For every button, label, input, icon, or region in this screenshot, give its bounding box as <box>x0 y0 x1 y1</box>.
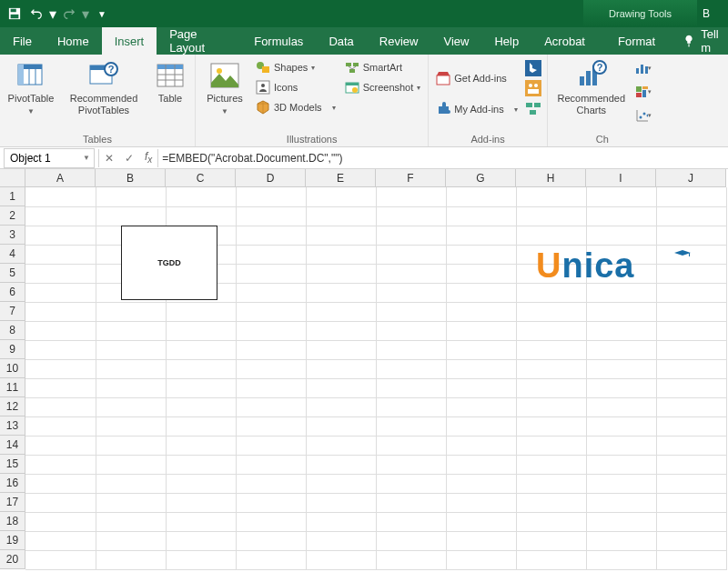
cell[interactable] <box>96 436 166 455</box>
cell[interactable] <box>656 550 726 569</box>
cell[interactable] <box>586 187 656 206</box>
cell[interactable] <box>236 512 306 531</box>
cell[interactable] <box>236 245 306 264</box>
col-header[interactable]: C <box>166 169 236 187</box>
cell[interactable] <box>376 206 446 226</box>
cell[interactable] <box>96 550 166 569</box>
col-header[interactable]: G <box>446 169 516 187</box>
cell[interactable] <box>446 264 516 283</box>
cell[interactable] <box>586 206 656 226</box>
cell[interactable] <box>656 474 726 493</box>
cell[interactable] <box>236 493 306 512</box>
bing-maps-icon[interactable] <box>525 60 541 76</box>
cell[interactable] <box>25 264 96 283</box>
cell[interactable] <box>236 283 306 302</box>
row-header[interactable]: 3 <box>0 226 25 245</box>
cell[interactable] <box>656 531 726 550</box>
cell[interactable] <box>236 455 306 474</box>
cell[interactable] <box>25 455 96 474</box>
row-header[interactable]: 17 <box>0 493 25 512</box>
row-header[interactable]: 1 <box>0 187 25 206</box>
tab-home[interactable]: Home <box>45 27 102 55</box>
cell[interactable] <box>25 206 96 226</box>
name-box[interactable]: ▼ <box>4 148 95 168</box>
cell[interactable] <box>376 359 446 378</box>
row-header[interactable]: 19 <box>0 531 25 550</box>
cell[interactable] <box>236 264 306 283</box>
row-header[interactable]: 20 <box>0 550 25 569</box>
row-header[interactable]: 11 <box>0 378 25 397</box>
cell[interactable] <box>516 416 586 436</box>
cell[interactable] <box>446 321 516 340</box>
row-header[interactable]: 2 <box>0 206 25 226</box>
tab-format[interactable]: Format <box>598 27 675 55</box>
cell[interactable] <box>236 416 306 436</box>
cell[interactable] <box>25 378 96 397</box>
tab-view[interactable]: View <box>430 27 481 55</box>
cell[interactable] <box>25 436 96 455</box>
cell[interactable] <box>306 397 376 416</box>
cell[interactable] <box>656 493 726 512</box>
name-box-dropdown-icon[interactable]: ▼ <box>83 154 90 162</box>
smartart-button[interactable]: SmartArt <box>343 58 423 76</box>
cell[interactable] <box>166 455 236 474</box>
cell[interactable] <box>516 397 586 416</box>
cell[interactable] <box>236 474 306 493</box>
cell[interactable] <box>96 474 166 493</box>
cell[interactable] <box>516 436 586 455</box>
cell[interactable] <box>306 283 376 302</box>
col-header[interactable]: E <box>306 169 376 187</box>
cell[interactable] <box>446 340 516 359</box>
cell[interactable] <box>516 302 586 321</box>
tab-help[interactable]: Help <box>481 27 531 55</box>
cell[interactable] <box>586 302 656 321</box>
shapes-button[interactable]: Shapes ▾ <box>254 58 338 76</box>
cell[interactable] <box>25 245 96 264</box>
cell[interactable] <box>306 531 376 550</box>
cell[interactable] <box>376 302 446 321</box>
cell[interactable] <box>376 283 446 302</box>
cell[interactable] <box>96 302 166 321</box>
cell[interactable] <box>446 493 516 512</box>
recommended-charts-button[interactable]: ? Recommended Charts <box>553 56 630 115</box>
cell[interactable] <box>25 512 96 531</box>
cell[interactable] <box>656 436 726 455</box>
cell[interactable] <box>166 378 236 397</box>
cell[interactable] <box>25 226 96 245</box>
cell[interactable] <box>586 531 656 550</box>
cell[interactable] <box>656 302 726 321</box>
cell[interactable] <box>376 226 446 245</box>
cell[interactable] <box>166 474 236 493</box>
cells-area[interactable]: TGDD Unica <box>25 187 728 582</box>
cell[interactable] <box>446 512 516 531</box>
cell[interactable] <box>96 206 166 226</box>
cell[interactable] <box>656 283 726 302</box>
cell[interactable] <box>166 340 236 359</box>
row-header[interactable]: 10 <box>0 359 25 378</box>
cell[interactable] <box>306 416 376 436</box>
cell[interactable] <box>96 321 166 340</box>
cell[interactable] <box>446 436 516 455</box>
cell[interactable] <box>25 397 96 416</box>
cell[interactable] <box>516 531 586 550</box>
cell[interactable] <box>446 455 516 474</box>
qat-customize-icon[interactable]: ▼ <box>92 4 112 24</box>
col-header[interactable]: F <box>376 169 446 187</box>
cell[interactable] <box>25 359 96 378</box>
cell[interactable] <box>236 531 306 550</box>
row-header[interactable]: 18 <box>0 512 25 531</box>
cell[interactable] <box>516 283 586 302</box>
select-all-corner[interactable] <box>0 169 25 187</box>
cell[interactable] <box>516 378 586 397</box>
cell[interactable] <box>376 550 446 569</box>
cell[interactable] <box>656 397 726 416</box>
cell[interactable] <box>236 359 306 378</box>
cell[interactable] <box>25 550 96 569</box>
col-header[interactable]: D <box>236 169 306 187</box>
cell[interactable] <box>586 455 656 474</box>
cell[interactable] <box>376 397 446 416</box>
cell[interactable] <box>376 321 446 340</box>
redo-dropdown-icon[interactable]: ▾ <box>81 4 90 24</box>
cell[interactable] <box>236 226 306 245</box>
cell[interactable] <box>516 512 586 531</box>
